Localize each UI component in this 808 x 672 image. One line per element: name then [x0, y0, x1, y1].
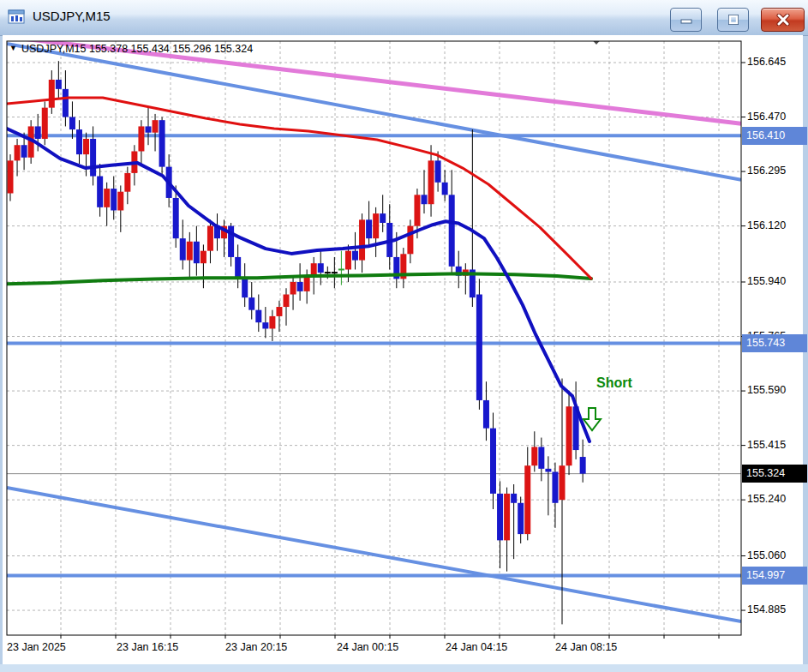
- candle: [180, 219, 186, 269]
- candle: [284, 288, 290, 326]
- candle: [470, 129, 476, 307]
- candle: [131, 145, 137, 185]
- app-window: USDJPY,M15 ▼ USDJPY,M15 155.378 155.434 …: [0, 0, 808, 672]
- candle: [422, 170, 428, 213]
- candle: [49, 70, 55, 114]
- candle: [497, 481, 503, 568]
- candle: [538, 438, 544, 482]
- candle: [76, 120, 82, 164]
- candle: [380, 195, 386, 232]
- candle: [228, 223, 234, 267]
- candle: [248, 282, 254, 320]
- candle: [117, 185, 123, 231]
- candle: [518, 497, 524, 543]
- candle: [138, 120, 144, 164]
- candle: [511, 484, 517, 559]
- candle: [456, 251, 462, 289]
- candle: [332, 257, 338, 288]
- candle: [207, 219, 213, 263]
- candle: [490, 412, 496, 509]
- candle: [531, 431, 537, 471]
- candle: [504, 488, 510, 572]
- candle: [386, 204, 392, 269]
- candle: [352, 232, 358, 270]
- lower-channel-line[interactable]: [7, 488, 741, 621]
- candle: [573, 381, 579, 459]
- candle: [255, 295, 261, 333]
- candle: [242, 263, 248, 307]
- candle: [428, 145, 434, 217]
- candle: [580, 440, 586, 483]
- candle: [124, 167, 130, 205]
- plot-border: [7, 41, 741, 635]
- candle: [407, 219, 413, 263]
- candle: [69, 101, 75, 139]
- candle: [214, 213, 220, 251]
- candle: [104, 183, 110, 226]
- candle: [201, 244, 206, 288]
- candle: [159, 117, 165, 177]
- candle: [442, 170, 448, 201]
- candle: [338, 251, 344, 285]
- candle: [483, 381, 489, 441]
- candle: [153, 114, 159, 152]
- candle: [566, 391, 572, 475]
- candle: [359, 213, 365, 273]
- candle: [146, 108, 152, 146]
- candle: [15, 139, 21, 177]
- candle: [297, 263, 303, 301]
- candle: [8, 154, 14, 201]
- short-arrow-icon[interactable]: [584, 408, 601, 430]
- candle: [290, 276, 296, 310]
- candle: [318, 251, 324, 285]
- candle: [221, 219, 227, 257]
- plot-layer: [7, 37, 741, 635]
- horizontal-scroll-strip[interactable]: [0, 664, 808, 672]
- candle: [552, 463, 558, 528]
- candle: [545, 456, 551, 515]
- candle: [373, 207, 379, 257]
- candle: [194, 226, 200, 276]
- candle: [476, 279, 482, 410]
- candle: [463, 263, 469, 294]
- candle: [276, 301, 282, 332]
- candle: [97, 164, 103, 217]
- candle: [42, 101, 48, 145]
- candle: [366, 201, 372, 248]
- candle: [187, 232, 193, 279]
- chart-canvas[interactable]: [0, 0, 808, 672]
- candle: [400, 248, 406, 288]
- candle: [524, 447, 530, 540]
- candle: [262, 307, 268, 338]
